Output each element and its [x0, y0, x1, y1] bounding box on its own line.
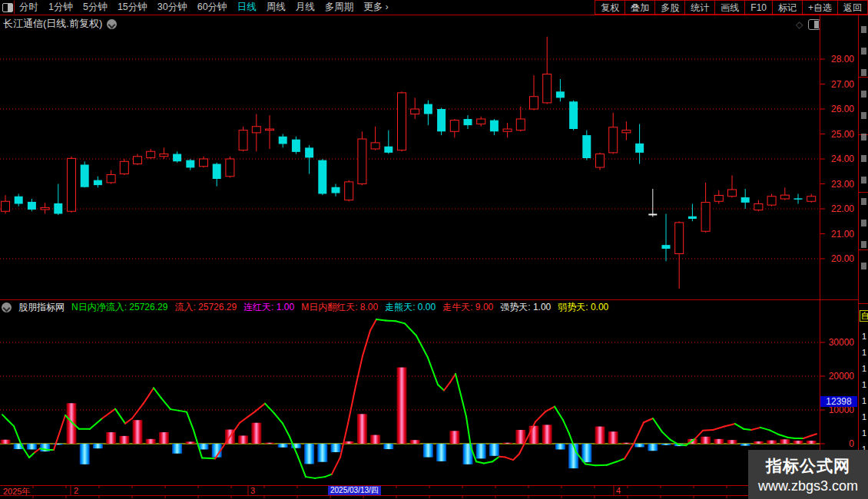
- candle: [464, 115, 472, 129]
- hist-bar: [238, 435, 248, 444]
- hist-bar: [304, 444, 314, 464]
- period-item-5[interactable]: 60分钟: [197, 1, 227, 14]
- price-axis-label: 26.00: [819, 104, 854, 114]
- hist-bar: [265, 443, 275, 444]
- indicator-field-5: 走牛天: 9.00: [442, 301, 493, 314]
- candle: [120, 159, 128, 175]
- hist-bar: [754, 441, 764, 444]
- chart-canvas[interactable]: [0, 0, 868, 499]
- hist-bar: [423, 444, 433, 458]
- period-item-1[interactable]: 1分钟: [48, 1, 73, 14]
- period-item-0[interactable]: 分时: [19, 1, 38, 14]
- candle: [807, 194, 816, 203]
- candle: [675, 221, 684, 289]
- candle: [41, 203, 49, 214]
- strip-glyph: [861, 198, 866, 205]
- period-item-4[interactable]: 30分钟: [157, 1, 187, 14]
- candle: [94, 177, 102, 188]
- period-item-9[interactable]: 多周期: [325, 1, 354, 14]
- candle: [596, 153, 605, 170]
- hist-bar: [555, 444, 565, 449]
- candle: [81, 161, 89, 187]
- axis-ticks-layer: [33, 59, 825, 498]
- period-item-8[interactable]: 月线: [296, 1, 315, 14]
- indicator-header: 股朋指标网 N日内净流入: 25726.29流入: 25726.29连红天: 1…: [2, 301, 608, 313]
- indicator-field-6: 强势天: 1.00: [500, 301, 551, 314]
- period-item-3[interactable]: 15分钟: [118, 1, 147, 14]
- hist-bar: [581, 444, 591, 462]
- top-button-7[interactable]: +自选: [803, 0, 838, 15]
- candle: [252, 114, 260, 152]
- hist-bar: [463, 444, 473, 464]
- candle: [398, 91, 406, 151]
- candle: [279, 134, 287, 148]
- strip-list-digit: 1: [862, 412, 866, 421]
- period-item-2[interactable]: 5分钟: [83, 1, 108, 14]
- candle: [490, 119, 499, 135]
- strip-glyph: [861, 177, 866, 183]
- candle: [662, 214, 671, 262]
- candle: [582, 131, 591, 160]
- price-axis-label: 20.00: [819, 253, 854, 264]
- strip-glyph: [861, 112, 866, 119]
- candle: [450, 119, 459, 137]
- title-chevron-down-icon[interactable]: [107, 19, 117, 29]
- toolbar-divider: [14, 1, 15, 14]
- hist-bar: [648, 444, 658, 451]
- candle: [318, 159, 326, 195]
- top-button-3[interactable]: 统计: [685, 0, 715, 15]
- candle: [345, 180, 353, 202]
- hist-bar: [331, 444, 341, 452]
- top-button-4[interactable]: 画线: [715, 0, 745, 15]
- strip-list-digit: 1: [862, 428, 866, 438]
- hist-bar: [634, 444, 644, 447]
- hist-bar: [172, 444, 182, 454]
- hist-bar: [740, 444, 750, 446]
- sidebar-fav-tab[interactable]: 自: [860, 310, 868, 322]
- indicator-axis-label: 20000: [819, 371, 854, 382]
- hist-bar: [410, 440, 420, 444]
- top-button-0[interactable]: 复权: [595, 0, 625, 15]
- hist-bar: [476, 444, 486, 458]
- strip-glyph: [861, 69, 866, 76]
- candle: [556, 79, 565, 101]
- top-button-5[interactable]: F10: [745, 0, 773, 15]
- panel-toggle-icon[interactable]: [808, 19, 820, 30]
- hist-bar: [608, 431, 618, 444]
- strip-list-digit: 1: [862, 332, 866, 341]
- period-item-6[interactable]: 日线: [237, 1, 257, 14]
- candle: [200, 157, 208, 168]
- indicator-chevron-down-icon[interactable]: [2, 302, 12, 312]
- candle: [292, 137, 300, 154]
- period-item-10[interactable]: 更多 ›: [363, 1, 389, 14]
- candle: [767, 194, 776, 207]
- gridlines-layer: [0, 59, 820, 444]
- hist-bar: [780, 439, 790, 444]
- price-axis-label: 22.00: [819, 203, 854, 214]
- time-axis-bottom-border: [0, 495, 868, 496]
- indicator-line-layer: [2, 319, 817, 478]
- indicator-field-1: 流入: 25726.29: [174, 301, 237, 314]
- top-button-1[interactable]: 叠加: [625, 0, 655, 15]
- hist-bar: [529, 426, 539, 444]
- period-item-7[interactable]: 周线: [267, 1, 286, 14]
- indicator-axis-label: 30000: [819, 337, 854, 348]
- top-button-6[interactable]: 标记: [773, 0, 803, 15]
- indicator-source-label: 股朋指标网: [18, 301, 65, 314]
- candle: [780, 187, 789, 200]
- top-button-2[interactable]: 多股: [655, 0, 685, 15]
- hist-bar: [621, 443, 631, 444]
- window-split-icon[interactable]: [2, 3, 13, 12]
- hist-bar: [212, 444, 222, 458]
- stock-title[interactable]: 长江通信(日线.前复权): [3, 17, 102, 31]
- hist-bar: [542, 425, 552, 444]
- top-button-8[interactable]: 返回: [838, 0, 868, 15]
- candle: [107, 170, 115, 184]
- candle: [741, 189, 750, 209]
- price-axis-label: 23.00: [819, 179, 854, 190]
- hist-bar: [449, 431, 459, 444]
- month-label: 4: [616, 486, 621, 495]
- candle: [688, 204, 697, 222]
- candle: [609, 113, 618, 154]
- candle: [503, 123, 512, 138]
